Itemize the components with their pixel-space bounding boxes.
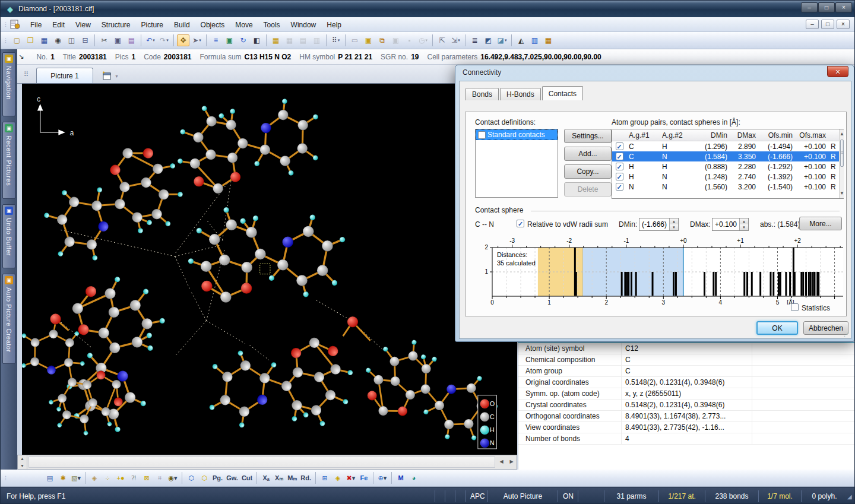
menu-build[interactable]: Build — [169, 19, 195, 31]
import-icon[interactable]: ⇱ — [436, 34, 448, 46]
align-left-icon[interactable]: ≣ — [468, 34, 481, 46]
add-atom-icon[interactable]: +● — [115, 472, 126, 484]
xa-button[interactable]: Xₐ — [260, 472, 272, 484]
scrollbar-thumb[interactable]: ≡ — [840, 140, 844, 167]
column-header[interactable]: A.g.#1 — [626, 131, 660, 140]
property-row[interactable]: Crystal coordinates0.5148(2), 0.1231(4),… — [518, 400, 855, 411]
print-icon[interactable]: ⊟ — [79, 34, 91, 46]
toolbar-grip[interactable]: ⋮ — [3, 37, 8, 43]
tree-view-icon[interactable]: ≡ — [210, 34, 222, 46]
print-preview-icon[interactable]: ◫ — [65, 34, 78, 46]
open-folder-icon[interactable]: ❒ — [24, 34, 37, 46]
atom-pair-row[interactable]: ✓HN(1.248)2.740(-1.392)+0.100R — [612, 172, 839, 182]
xm-button[interactable]: Xₘ — [273, 472, 285, 484]
hexagon-blue-icon[interactable]: ⬡ — [185, 472, 197, 484]
pair-checkbox[interactable]: ✓ — [616, 183, 623, 191]
molecule[interactable] — [29, 131, 201, 284]
copy-icon[interactable]: ▣ — [112, 34, 124, 46]
menu-file[interactable]: File — [25, 19, 47, 31]
sphere-mode-icon[interactable]: ◉▾ — [167, 472, 179, 484]
data-table-icon[interactable]: ▦ — [270, 34, 282, 46]
add-button[interactable]: Add... — [564, 147, 612, 161]
property-row[interactable]: Chemical compositionC — [518, 354, 855, 366]
molecule[interactable] — [202, 333, 360, 442]
dmax-spin-arrows[interactable]: ▲▼ — [739, 218, 748, 230]
triangle-chart-icon[interactable]: ◭ — [515, 34, 527, 46]
dmin-spin-arrows[interactable]: ▲▼ — [669, 218, 678, 230]
picture-view-icon[interactable]: ▣ — [223, 34, 236, 46]
hexagon-yellow-icon[interactable]: ⬡ — [198, 472, 210, 484]
delete-mode-icon[interactable]: ✖▾ — [345, 472, 357, 484]
property-row[interactable]: Atom groupC — [518, 366, 855, 377]
goto-structure-icon[interactable]: ↘ — [18, 53, 24, 61]
pair-checkbox[interactable]: ✓ — [616, 153, 623, 160]
column-header[interactable]: Ofs.min — [758, 131, 795, 140]
dmax-value[interactable]: +0.100 — [712, 220, 739, 229]
blank-page-icon[interactable]: ▭ — [349, 34, 361, 46]
pair-checkbox[interactable]: ✓ — [616, 163, 623, 170]
tab-bonds[interactable]: Bonds — [466, 88, 499, 100]
property-row[interactable]: Orthogonal coordinates8.4901(33), 1.1674… — [518, 411, 855, 422]
polyhedron-icon[interactable]: ◈ — [88, 472, 100, 484]
save-icon[interactable]: ▦ — [38, 34, 50, 46]
picture-builder-icon[interactable]: ✱ — [57, 472, 69, 484]
maximize-button[interactable]: □ — [818, 2, 835, 12]
cut-icon[interactable]: ✂ — [98, 34, 110, 46]
tab-overview-icon[interactable]: ⠿ — [20, 68, 33, 81]
diagonal2-icon[interactable]: ◪▾ — [496, 34, 508, 46]
menu-tools[interactable]: Tools — [258, 19, 286, 31]
column-header[interactable]: A.g.#2 — [660, 131, 693, 140]
menu-objects[interactable]: Objects — [195, 19, 230, 31]
fragment-icon[interactable]: ⌗ — [154, 472, 166, 484]
column-header[interactable]: Ofs.max — [795, 131, 828, 140]
ok-button[interactable]: OK — [756, 321, 798, 335]
menu-move[interactable]: Move — [230, 19, 258, 31]
dropdown-arrow-icon[interactable]: ▾ — [77, 474, 81, 482]
molecule[interactable] — [186, 203, 347, 304]
more-button[interactable]: More... — [799, 217, 842, 230]
undo-icon[interactable]: ↶▾ — [144, 34, 157, 46]
close-button[interactable]: × — [835, 2, 852, 12]
mdi-close-button[interactable]: × — [837, 20, 850, 29]
property-row[interactable]: Number of bonds4 — [518, 433, 855, 445]
dropdown-arrow-icon[interactable]: ▾ — [384, 474, 387, 482]
settings-button[interactable]: Settings... — [564, 129, 612, 143]
new-document-icon[interactable]: ▢ — [11, 34, 23, 46]
dropdown-arrow-icon[interactable]: ▾ — [352, 474, 356, 482]
mdi-restore-button[interactable]: □ — [821, 20, 834, 29]
menu-picture[interactable]: Picture — [136, 19, 169, 31]
redo-icon[interactable]: ↷▾ — [158, 34, 170, 46]
atom-pair-row[interactable]: ✓CN(1.584)3.350(-1.666)+0.100R — [612, 151, 839, 161]
layout-grid-icon[interactable]: ⠿▾ — [330, 34, 342, 46]
rotate-view-icon[interactable]: ↻ — [237, 34, 249, 46]
table-icon[interactable]: ▦ — [283, 34, 296, 46]
color-table-icon[interactable]: ▦ — [542, 34, 555, 46]
property-row[interactable]: View coordinates8.4901(33), 2.7735(42), … — [518, 422, 855, 433]
cell-box-icon[interactable]: ⊞ — [319, 472, 331, 484]
pair-checkbox[interactable]: ✓ — [616, 173, 623, 180]
atom-pair-row[interactable]: ✓NN(1.560)3.200(-1.540)+0.100R — [612, 182, 839, 192]
atom-pair-row[interactable]: ✓HH(0.888)2.280(-1.292)+0.100R — [612, 161, 839, 172]
dropdown-arrow-icon[interactable]: ▾ — [505, 38, 507, 43]
mm-button[interactable]: Mₘ — [286, 472, 298, 484]
network-icon[interactable]: ⊠ — [141, 472, 153, 484]
sidebar-tab-auto-picture-creator[interactable]: ▣Auto Picture Creator — [2, 274, 15, 364]
horizontal-scroll-buttons[interactable]: ◀▶ — [496, 455, 517, 469]
histogram-icon[interactable]: ▥ — [528, 34, 541, 46]
connect-atoms-icon[interactable]: ⁈ — [128, 472, 140, 484]
split-view-icon[interactable]: ◧ — [251, 34, 263, 46]
cancel-button[interactable]: Abbrechen — [803, 321, 848, 335]
scroll-up-icon[interactable]: ▲ — [840, 129, 844, 139]
lock-icon[interactable]: ▪ — [403, 34, 416, 46]
m-mode-button[interactable]: M — [395, 472, 407, 484]
dropdown-arrow-icon[interactable]: ▾ — [166, 38, 169, 43]
definition-item[interactable]: ✓Standard contacts — [476, 129, 558, 140]
dialog-resize-grip[interactable]: ⋰ — [844, 331, 849, 337]
column-header[interactable]: DMin — [693, 131, 730, 140]
tab-picture-1[interactable]: Picture 1 — [36, 68, 93, 83]
dialog-close-button[interactable]: ✕ — [827, 66, 848, 77]
atom-group-pairs-table[interactable]: A.g.#1A.g.#2DMinDMaxOfs.minOfs.max✓CH(1.… — [612, 129, 844, 199]
render-sphere-icon[interactable]: ◕ — [408, 472, 420, 484]
rd-button[interactable]: Rd. — [299, 472, 312, 484]
contact-definitions-list[interactable]: ✓Standard contacts — [475, 129, 558, 198]
